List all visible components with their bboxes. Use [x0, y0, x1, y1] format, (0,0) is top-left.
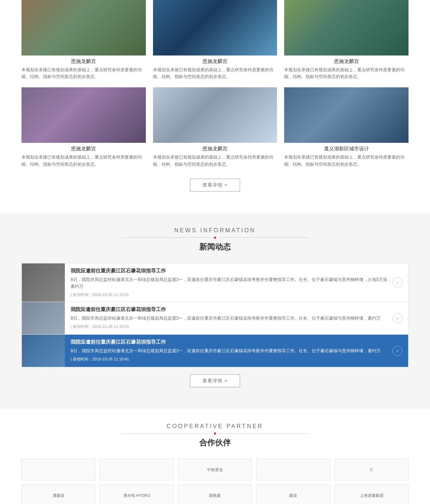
projects-section: 恩施龙麟宫 本规划在承接已有规划成果的基础上，重点研究各特质要素的功能、结构、指… [0, 0, 430, 213]
partners-section: COOPERATIVE PARTNER 合作伙伴 中铁置业C通建设潘水电 HYD… [0, 409, 430, 504]
partners-divider-dot [214, 432, 216, 435]
partner-logo-10[interactable]: 上海派建集团 [335, 485, 408, 504]
projects-grid: 恩施龙麟宫 本规划在承接已有规划成果的基础上，重点研究各特质要素的功能、结构、指… [22, 0, 408, 168]
projects-view-more-button[interactable]: 查看详情 > [190, 179, 240, 192]
news-item-2[interactable]: 我院应邀前往重庆綦江区石壕花坝指导工作 8日，我院市局总监经站邀请北京一和绿总规… [22, 302, 408, 335]
news-title-3: 我院应邀前往重庆綦江区石壕花坝指导工作 [71, 339, 394, 345]
project-image-5 [153, 87, 277, 143]
project-desc-4: 本规划在承接已有规划成果的基础上，重点研究各特质要素的功能、结构、指标与空间形态… [22, 154, 146, 168]
news-arrow-1[interactable]: › [392, 277, 402, 287]
news-thumb-3 [22, 335, 65, 367]
news-content-2: 我院应邀前往重庆綦江区石壕花坝指导工作 8日，我院市局总监经站邀请北京一和绿总规… [65, 302, 408, 334]
project-card-3[interactable]: 恩施龙麟宫 本规划在承接已有规划成果的基础上，重点研究各特质要素的功能、结构、指… [284, 0, 408, 80]
partner-logo-3[interactable]: 中铁置业 [178, 459, 252, 480]
partner-logo-2[interactable] [100, 459, 173, 480]
news-divider-left [121, 237, 211, 238]
news-arrow-3[interactable]: › [392, 346, 402, 356]
project-image-4 [22, 87, 146, 143]
partners-divider-right [219, 433, 309, 434]
news-desc-2: 8日，我院市局总监经站邀请北京一和绿总规划局总监观3一，应邀前往重庆市綦江区石壕… [71, 315, 394, 322]
project-desc-3: 本规划在承接已有规划成果的基础上，重点研究各特质要素的功能、结构、指标与空间形态… [284, 67, 408, 80]
news-arrow-2[interactable]: › [392, 313, 402, 323]
project-desc-5: 本规划在承接已有规划成果的基础上，重点研究各特质要素的功能、结构、指标与空间形态… [153, 154, 277, 168]
news-list: 我院应邀前往重庆綦江区石壕花坝指导工作 8日，我院市局总监经站邀请北京一和绿总规… [22, 263, 408, 367]
news-meta-2: | 发布时间：2016-10-26 11:10:41 [71, 324, 394, 329]
project-title-3: 恩施龙麟宫 [284, 58, 408, 65]
news-section-en: NEWS INFORMATION [22, 227, 408, 234]
project-desc-2: 本规划在承接已有规划成果的基础上，重点研究各特质要素的功能、结构、指标与空间形态… [153, 67, 277, 80]
partner-logo-7[interactable]: 潘水电 HYDRO [100, 485, 173, 504]
partner-logo-1[interactable] [22, 459, 95, 480]
news-divider [22, 237, 408, 239]
partner-logo-5[interactable]: C [335, 459, 408, 480]
project-desc-1: 本规划在承接已有规划成果的基础上，重点研究各特质要素的功能、结构、指标与空间形态… [22, 67, 146, 80]
project-image-2 [153, 0, 277, 55]
news-title-2: 我院应邀前往重庆綦江区石壕花坝指导工作 [71, 306, 394, 313]
partner-logo-6[interactable]: 通建设 [22, 485, 95, 504]
news-item-3[interactable]: 我院应邀前往重庆綦江区石壕花坝指导工作 8日，我院市局总监经站邀请北京一和绿总规… [22, 335, 408, 367]
news-section-header: NEWS INFORMATION 新闻动态 [22, 227, 408, 252]
partners-grid: 中铁置业C通建设潘水电 HYDRO国铁建建设上海派建集团 [22, 459, 408, 504]
news-title-1: 我院应邀前往重庆綦江区石壕花坝指导工作 [71, 268, 394, 274]
partners-divider-left [121, 433, 211, 434]
partner-logo-4[interactable] [256, 459, 330, 480]
news-meta-1: | 发布时间：2016-10-26 11:10:41 [71, 292, 394, 297]
project-card-4[interactable]: 恩施龙麟宫 本规划在承接已有规划成果的基础上，重点研究各特质要素的功能、结构、指… [22, 87, 146, 168]
project-card-6[interactable]: 遵义湖新区城市设计 本规划在承接已有规划成果的基础上，重点研究各特质要素的功能、… [284, 87, 408, 168]
partners-section-en: COOPERATIVE PARTNER [22, 423, 408, 430]
news-content-3: 我院应邀前往重庆綦江区石壕花坝指导工作 8日，我院市局总监经站邀请北京一和绿总规… [65, 335, 408, 367]
project-title-2: 恩施龙麟宫 [153, 58, 277, 65]
project-image-3 [284, 0, 408, 55]
partners-section-cn: 合作伙伴 [22, 437, 408, 448]
project-image-1 [22, 0, 146, 55]
news-divider-dot [214, 237, 216, 239]
partner-logo-8[interactable]: 国铁建 [178, 485, 252, 504]
news-section: NEWS INFORMATION 新闻动态 我院应邀前往重庆綦江区石壕花坝指导工… [0, 213, 430, 409]
news-desc-3: 8日，我院市局总监经站邀请北京一和绿总规划局总监观3一，应邀前往重庆市綦江区石壕… [71, 348, 394, 354]
project-image-6 [284, 87, 408, 143]
news-content-1: 我院应邀前往重庆綦江区石壕花坝指导工作 8日，我院市局总监经站邀请北京一和绿总规… [65, 263, 408, 302]
news-thumb-1 [22, 263, 65, 302]
news-section-cn: 新闻动态 [22, 242, 408, 252]
project-card-5[interactable]: 恩施龙麟宫 本规划在承接已有规划成果的基础上，重点研究各特质要素的功能、结构、指… [153, 87, 277, 168]
project-title-6: 遵义湖新区城市设计 [284, 146, 408, 152]
project-desc-6: 本规划在承接已有规划成果的基础上，重点研究各特质要素的功能、结构、指标与空间形态… [284, 154, 408, 168]
news-thumb-2 [22, 302, 65, 334]
project-title-4: 恩施龙麟宫 [22, 146, 146, 152]
news-meta-3: | 基他时间：2016-10-26 11:10:41 [71, 357, 394, 362]
project-card-2[interactable]: 恩施龙麟宫 本规划在承接已有规划成果的基础上，重点研究各特质要素的功能、结构、指… [153, 0, 277, 80]
news-divider-right [219, 237, 309, 238]
news-desc-1: 8日，我院市局总监经站邀请北京一和绿总规划局总监观3一，应邀前往重庆市綦江区石壕… [71, 276, 394, 290]
project-title-1: 恩施龙麟宫 [22, 58, 146, 65]
partner-logo-9[interactable]: 建设 [256, 485, 330, 504]
news-item-1[interactable]: 我院应邀前往重庆綦江区石壕花坝指导工作 8日，我院市局总监经站邀请北京一和绿总规… [22, 263, 408, 302]
news-view-more-button[interactable]: 查看详情 > [190, 374, 240, 387]
project-title-5: 恩施龙麟宫 [153, 146, 277, 152]
project-card-1[interactable]: 恩施龙麟宫 本规划在承接已有规划成果的基础上，重点研究各特质要素的功能、结构、指… [22, 0, 146, 80]
partners-divider [22, 432, 408, 435]
partners-section-header: COOPERATIVE PARTNER 合作伙伴 [22, 423, 408, 448]
